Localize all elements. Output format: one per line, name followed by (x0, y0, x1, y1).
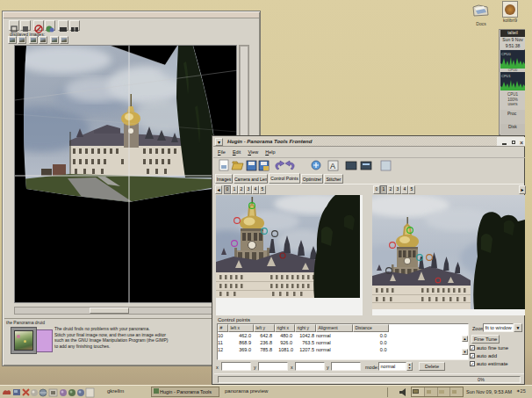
svg-text:CPU1: CPU1 (501, 74, 511, 78)
svg-text:A: A (330, 162, 335, 170)
svg-text:CPU0: CPU0 (501, 52, 511, 56)
